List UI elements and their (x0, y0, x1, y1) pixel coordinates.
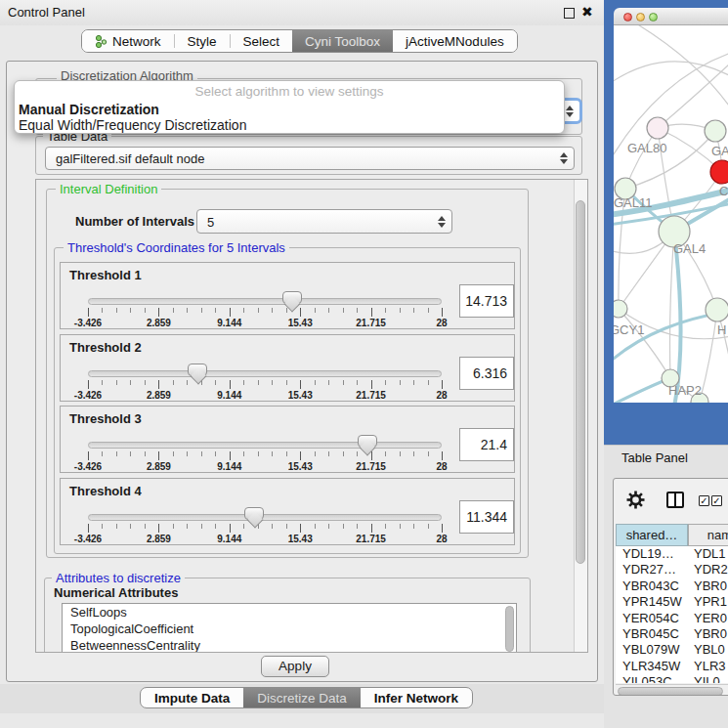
attribute-list-item[interactable]: SelfLoops (63, 604, 516, 621)
network-node-label: H (717, 322, 726, 337)
network-node[interactable] (705, 120, 726, 142)
table-row[interactable]: YBL079WYBL0 (616, 642, 728, 658)
cell-shared-name[interactable]: YER054C (616, 611, 691, 626)
table-hscrollbar-thumb[interactable] (618, 687, 723, 696)
cell-shared-name[interactable]: YPR145W (616, 594, 691, 610)
slider-tick (130, 451, 131, 456)
network-node[interactable] (647, 117, 668, 139)
threshold-slider-track[interactable] (88, 514, 442, 521)
cell-shared-name[interactable]: YBL079W (616, 642, 691, 658)
table-row[interactable]: YDL19…YDL1 (616, 546, 728, 562)
threshold-slider-track[interactable] (88, 298, 442, 305)
zoom-traffic-light-icon[interactable] (649, 13, 658, 21)
minimize-traffic-light-icon[interactable] (636, 13, 645, 21)
scroll-pane-scrollbar-thumb[interactable] (576, 200, 585, 564)
cell-shared-name[interactable]: YDL19… (616, 546, 691, 562)
cell-shared-name[interactable]: YBR043C (616, 578, 691, 594)
table-row[interactable]: YBR045CYBR0 (616, 626, 728, 642)
cell-shared-name[interactable]: YDR27… (616, 562, 691, 578)
threshold-value-field[interactable]: 6.316 (459, 357, 514, 390)
slider-tick (243, 380, 244, 385)
attributes-list-scrollbar[interactable] (505, 606, 514, 652)
threshold-slider-track[interactable] (88, 370, 442, 377)
slider-tick (88, 524, 89, 533)
table-row[interactable]: YLR345WYLR3 (616, 659, 728, 674)
numerical-attributes-list[interactable]: SelfLoopsTopologicalCoefficientBetweenne… (62, 603, 517, 653)
cell-name[interactable]: YBR0 (691, 578, 728, 594)
checkbox-checked-icon[interactable]: ✓ (711, 495, 722, 506)
cell-name[interactable]: YIL0 (691, 674, 728, 683)
table-row[interactable]: YBR043CYBR0 (616, 578, 728, 594)
threshold-value-field[interactable]: 11.344 (459, 500, 514, 534)
tab-select[interactable]: Select (231, 30, 293, 52)
tab-jactivemnodules[interactable]: jActiveMNodules (393, 30, 517, 52)
cell-name[interactable]: YDL1 (691, 546, 728, 562)
column-header-name[interactable]: name (688, 524, 728, 546)
tab-cyni-toolbox[interactable]: Cyni Toolbox (292, 30, 393, 52)
cell-shared-name[interactable]: YLR345W (616, 659, 691, 674)
threshold-value-field[interactable]: 14.713 (459, 284, 514, 318)
table-data-combobox[interactable]: galFiltered.sif default node (45, 147, 575, 170)
network-node-label: GA (711, 144, 728, 158)
slider-ticks: -3.4262.8599.14415.4321.71528 (61, 451, 514, 473)
table-row[interactable]: YER054CYER0 (616, 611, 728, 626)
tab-impute-data[interactable]: Impute Data (141, 688, 243, 707)
threshold-slider-thumb[interactable] (282, 291, 302, 304)
cell-name[interactable]: YLR3 (691, 659, 728, 674)
float-window-icon[interactable] (564, 8, 575, 19)
network-window-titlebar[interactable] (614, 8, 728, 25)
close-icon[interactable]: ✖ (581, 4, 593, 20)
threshold-slider-track[interactable] (88, 442, 442, 449)
number-of-intervals-combobox[interactable]: 5 (196, 209, 452, 234)
slider-tick-label: 28 (436, 390, 447, 401)
table-hscrollbar-track[interactable] (616, 684, 728, 696)
apply-button[interactable]: Apply (261, 656, 329, 677)
table-panel-title: Table Panel (621, 450, 688, 465)
cell-name[interactable]: YDR2 (691, 562, 728, 578)
cell-shared-name[interactable]: YBR045C (616, 626, 691, 642)
dropdown-option-equal-width-frequency[interactable]: Equal Width/Frequency Discretization (19, 117, 246, 133)
network-node[interactable] (706, 298, 728, 321)
threshold-value-field[interactable]: 21.4 (459, 428, 514, 461)
threshold-slider-thumb[interactable] (188, 364, 207, 376)
cell-shared-name[interactable]: YIL053C (616, 674, 691, 683)
slider-tick (102, 308, 103, 313)
attribute-list-item[interactable]: TopologicalCoefficient (63, 621, 516, 637)
threshold-slider-thumb[interactable] (358, 435, 377, 448)
cell-name[interactable]: YBR0 (691, 626, 728, 642)
network-canvas[interactable]: GAL80GACGAL11GAL4GCY1HHAP2 (614, 25, 728, 403)
cell-name[interactable]: YBL0 (691, 642, 728, 658)
slider-tick (187, 451, 188, 456)
tab-discretize-data[interactable]: Discretize Data (243, 688, 361, 707)
cell-name[interactable]: YER0 (691, 611, 728, 626)
attribute-list-item[interactable]: BetweennessCentrality (63, 637, 516, 653)
dropdown-placeholder-option[interactable]: Select algorithm to view settings (15, 84, 564, 99)
tab-network[interactable]: Network (82, 30, 174, 52)
close-traffic-light-icon[interactable] (623, 13, 632, 21)
column-header-shared[interactable]: shared… (616, 524, 688, 546)
tab-style[interactable]: Style (175, 30, 230, 52)
slider-tick (230, 380, 231, 389)
dropdown-option-manual-discretization[interactable]: Manual Discretization (19, 102, 159, 117)
tab-infer-network[interactable]: Infer Network (361, 688, 472, 707)
table-row[interactable]: YIL053CYIL0 (616, 674, 728, 683)
network-node[interactable] (614, 300, 627, 318)
slider-tick (243, 308, 244, 313)
gear-icon[interactable] (626, 491, 645, 509)
checkbox-checked-icon[interactable]: ✓ (699, 495, 709, 506)
slider-tick (187, 524, 188, 529)
threshold-slider-thumb[interactable] (244, 507, 264, 520)
slider-tick (258, 308, 259, 313)
table-row[interactable]: YPR145WYPR1 (616, 594, 728, 610)
network-node[interactable] (710, 160, 728, 184)
split-columns-icon[interactable] (666, 492, 684, 508)
slider-tick (328, 308, 329, 313)
table-body: YDL19…YDL1YDR27…YDR2YBR043CYBR0YPR145WYP… (616, 546, 728, 683)
table-header-row: shared… name (616, 524, 728, 546)
slider-tick-label: 15.43 (288, 461, 313, 472)
cell-name[interactable]: YPR1 (691, 594, 728, 610)
slider-tick (428, 451, 429, 456)
table-panel-toolbar: ✓ ✓ (614, 479, 728, 522)
table-row[interactable]: YDR27…YDR2 (616, 562, 728, 578)
slider-tick-label: 2.859 (147, 318, 171, 328)
